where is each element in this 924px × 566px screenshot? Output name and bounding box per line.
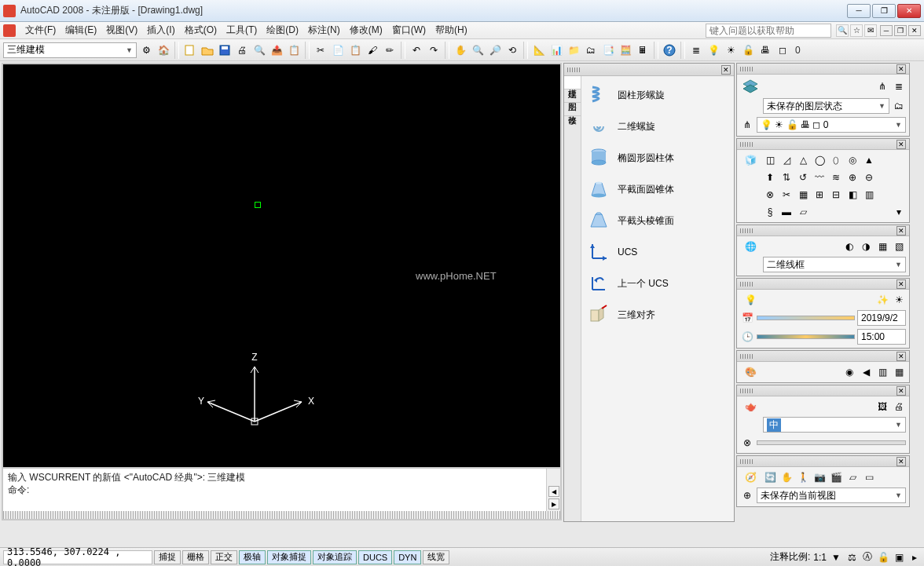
layer-states-icon[interactable]: ≣: [892, 79, 906, 93]
revolve-icon[interactable]: ↺: [796, 170, 810, 184]
mat2-icon[interactable]: ◀: [859, 365, 873, 379]
solids-icon[interactable]: 🧊: [740, 155, 761, 166]
zoom-rt-icon[interactable]: 🔍: [470, 42, 486, 58]
menu-file[interactable]: 文件(F): [20, 22, 60, 38]
status-snap[interactable]: 捕捉: [154, 550, 181, 564]
tool3-icon[interactable]: 📁: [566, 42, 581, 58]
palette-tab-modeling[interactable]: 建模: [564, 76, 581, 89]
workspace-select[interactable]: 三维建模 ▼: [3, 42, 137, 58]
time-slider[interactable]: [757, 334, 855, 339]
vs3-icon[interactable]: ▦: [875, 239, 889, 254]
cut-icon[interactable]: ✂: [313, 42, 328, 58]
pan-icon[interactable]: ✋: [453, 42, 468, 58]
panel-close-button[interactable]: ✕: [896, 140, 906, 149]
wedge-icon[interactable]: ◿: [779, 153, 794, 167]
close-button[interactable]: ✕: [897, 4, 921, 18]
tool6-icon[interactable]: 🧮: [618, 42, 633, 58]
status-ortho[interactable]: 正交: [211, 550, 237, 564]
publish-icon[interactable]: 📤: [269, 42, 284, 58]
status-ducs[interactable]: DUCS: [358, 550, 392, 564]
menu-tool[interactable]: 工具(T): [222, 22, 262, 38]
tool2-icon[interactable]: 📊: [548, 42, 564, 58]
render-preset-select[interactable]: 中▼: [763, 417, 906, 433]
palette-tab-modify[interactable]: 修改: [564, 103, 581, 116]
render2-icon[interactable]: 🖨: [892, 400, 906, 414]
anim-icon[interactable]: 🎬: [829, 470, 843, 484]
menu-format[interactable]: 格式(O): [180, 22, 222, 38]
date-input[interactable]: [857, 310, 906, 326]
command-resize-grip[interactable]: [3, 511, 560, 519]
open-icon[interactable]: [200, 42, 215, 58]
tool-frustcone[interactable]: 平截面圆锥体: [585, 173, 731, 205]
light-icon[interactable]: 💡: [740, 294, 761, 305]
calc-icon[interactable]: 🖩: [635, 42, 651, 58]
document-icon[interactable]: [3, 24, 16, 37]
nav-icon[interactable]: 🧭: [740, 472, 761, 483]
layer-tool-icon[interactable]: 🗂: [892, 99, 906, 113]
undo-icon[interactable]: ↶: [409, 42, 424, 58]
panel-grip-icon[interactable]: [740, 228, 753, 233]
pyramid-icon[interactable]: ▲: [862, 153, 876, 167]
panel-close-button[interactable]: ✕: [896, 64, 906, 74]
workspace-lock-icon[interactable]: 🏠: [156, 42, 171, 58]
tool-spiral2d[interactable]: 二维螺旋: [585, 111, 731, 142]
ann-auto-icon[interactable]: Ⓐ: [861, 551, 874, 564]
sphere-icon[interactable]: ◯: [812, 153, 827, 167]
print-layer-icon[interactable]: 🖶: [757, 42, 773, 58]
ann-dropdown-icon[interactable]: ▼: [830, 551, 842, 564]
torus-icon[interactable]: ◎: [845, 153, 860, 167]
tool-ucs[interactable]: UCS: [585, 236, 731, 268]
menu-help[interactable]: 帮助(H): [431, 22, 472, 38]
materials-icon[interactable]: 🎨: [740, 367, 761, 378]
panel-close-button[interactable]: ✕: [896, 352, 906, 361]
menu-draw[interactable]: 绘图(D): [262, 22, 303, 38]
visualstyle-select[interactable]: 二维线框▼: [763, 257, 906, 272]
planar-icon[interactable]: ▱: [796, 205, 810, 219]
status-otrack[interactable]: 对象追踪: [313, 550, 357, 564]
panel-close-button[interactable]: ✕: [896, 386, 906, 396]
cyl-icon[interactable]: ⬯: [829, 153, 843, 167]
annotation-scale-value[interactable]: 1:1: [813, 552, 827, 563]
panel-grip-icon[interactable]: [740, 142, 753, 147]
visualstyle-icon[interactable]: 🌐: [740, 241, 761, 252]
sheet-icon[interactable]: 📋: [286, 42, 302, 58]
tool5-icon[interactable]: 📑: [600, 42, 616, 58]
cone2-icon[interactable]: △: [796, 153, 810, 167]
render1-icon[interactable]: 🖼: [875, 400, 889, 414]
status-dyn[interactable]: DYN: [394, 550, 421, 564]
orbit-icon[interactable]: 🔄: [763, 470, 777, 484]
sweep-icon[interactable]: 〰: [812, 170, 827, 184]
panel-close-button[interactable]: ✕: [896, 226, 906, 236]
intersect-icon[interactable]: ⊗: [763, 188, 777, 202]
box-icon[interactable]: ◫: [763, 153, 777, 167]
walk-icon[interactable]: 🚶: [796, 470, 810, 484]
save-icon[interactable]: [217, 42, 233, 58]
menu-window[interactable]: 窗口(W): [387, 22, 431, 38]
paste-icon[interactable]: 📋: [347, 42, 363, 58]
helix-tool-icon[interactable]: §: [763, 205, 777, 219]
home-view-icon[interactable]: ⊕: [740, 488, 754, 502]
match-icon[interactable]: 🖌: [365, 42, 380, 58]
render-icon[interactable]: 🫖: [740, 401, 761, 412]
workspace-settings-icon[interactable]: ⚙: [138, 42, 154, 58]
ann-vis-icon[interactable]: ⚖: [845, 551, 858, 564]
copy-icon[interactable]: 📄: [330, 42, 346, 58]
time-input[interactable]: [857, 329, 906, 345]
vs2-icon[interactable]: ◑: [859, 239, 873, 254]
persp-icon[interactable]: ▱: [845, 470, 860, 484]
lock-icon[interactable]: 🔓: [740, 42, 756, 58]
layer-filter-icon[interactable]: ⋔: [875, 79, 889, 93]
clock-icon[interactable]: 🕒: [740, 330, 754, 344]
shell-icon[interactable]: ◧: [845, 188, 860, 202]
new-icon[interactable]: [182, 42, 198, 58]
comm-center-icon[interactable]: ✉: [864, 24, 877, 37]
status-lock-icon[interactable]: 🔓: [877, 551, 889, 564]
tool-align3d[interactable]: 三维对齐: [585, 299, 731, 330]
bulb-icon[interactable]: 💡: [706, 42, 721, 58]
ortho2-icon[interactable]: ▭: [862, 470, 876, 484]
layer-mgr-icon[interactable]: ≣: [688, 42, 704, 58]
tool-prevucs[interactable]: 上一个 UCS: [585, 268, 731, 299]
light-a-icon[interactable]: ✨: [875, 293, 889, 307]
command-line[interactable]: 输入 WSCURRENT 的新值 <"AutoCAD 经典">: 三维建模 命令…: [3, 469, 546, 511]
polysolid-icon[interactable]: ▬: [779, 205, 794, 219]
